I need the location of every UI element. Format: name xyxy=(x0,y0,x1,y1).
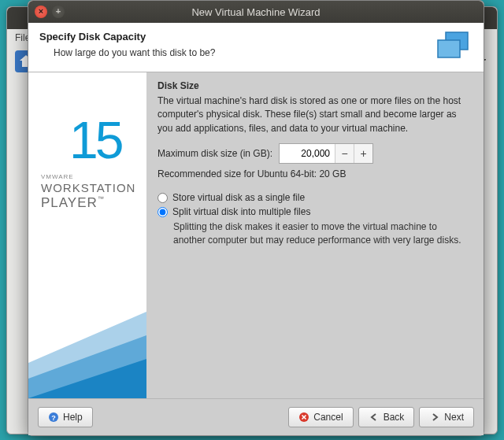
wizard-header: Specify Disk Capacity How large do you w… xyxy=(28,23,484,72)
recommended-size: Recommended size for Ubuntu 64-bit: 20 G… xyxy=(158,168,471,179)
back-icon xyxy=(369,412,380,423)
main-panel: Disk Size The virtual machine's hard dis… xyxy=(146,72,484,398)
split-hint: Splitting the disk makes it easier to mo… xyxy=(158,220,471,247)
titlebar[interactable]: × + New Virtual Machine Wizard xyxy=(28,1,484,23)
spinner-plus-button[interactable]: + xyxy=(354,144,372,163)
next-label: Next xyxy=(444,412,464,423)
plus-icon[interactable]: + xyxy=(52,6,65,18)
max-size-input[interactable] xyxy=(280,144,335,163)
radio-split-input[interactable] xyxy=(158,207,168,217)
wizard-dialog: × + New Virtual Machine Wizard Specify D… xyxy=(28,0,484,436)
back-label: Back xyxy=(384,412,405,423)
brand-player: PLAYER™ xyxy=(41,195,105,211)
max-size-row: Maximum disk size (in GB): − + xyxy=(158,143,471,164)
disk-size-heading: Disk Size xyxy=(158,80,471,91)
cancel-label: Cancel xyxy=(313,412,343,423)
radio-single-input[interactable] xyxy=(158,193,168,203)
wizard-content: 15 VMWARE WORKSTATION PLAYER™ Disk Size … xyxy=(28,72,484,398)
window-title: New Virtual Machine Wizard xyxy=(28,6,484,18)
wizard-footer: ? Help Cancel Back Next xyxy=(28,398,484,435)
max-size-label: Maximum disk size (in GB): xyxy=(158,148,272,159)
next-button[interactable]: Next xyxy=(419,407,474,427)
max-size-spinner: − + xyxy=(279,143,373,164)
back-button[interactable]: Back xyxy=(358,407,415,427)
radio-split-label[interactable]: Split virtual disk into multiple files xyxy=(172,206,310,217)
brand-workstation: WORKSTATION xyxy=(41,181,135,194)
svg-rect-1 xyxy=(438,40,460,57)
brand-vmware: VMWARE xyxy=(41,173,74,180)
cancel-button[interactable]: Cancel xyxy=(288,407,353,427)
next-icon xyxy=(429,412,440,423)
radio-split-file[interactable]: Split virtual disk into multiple files xyxy=(158,206,471,217)
spinner-minus-button[interactable]: − xyxy=(335,144,354,163)
svg-text:?: ? xyxy=(51,414,56,422)
side-artwork: 15 VMWARE WORKSTATION PLAYER™ xyxy=(28,72,146,398)
help-icon: ? xyxy=(48,412,59,423)
help-label: Help xyxy=(63,412,83,423)
disk-description: The virtual machine's hard disk is store… xyxy=(158,94,471,135)
radio-single-file[interactable]: Store virtual disk as a single file xyxy=(158,192,471,203)
monitor-icon xyxy=(435,31,472,62)
cancel-icon xyxy=(298,412,309,423)
help-button[interactable]: ? Help xyxy=(38,407,93,427)
page-title: Specify Disk Capacity xyxy=(39,31,435,43)
page-subtitle: How large do you want this disk to be? xyxy=(39,47,435,58)
close-icon[interactable]: × xyxy=(35,6,47,18)
version-number: 15 xyxy=(69,110,120,170)
radio-single-label[interactable]: Store virtual disk as a single file xyxy=(172,192,305,203)
